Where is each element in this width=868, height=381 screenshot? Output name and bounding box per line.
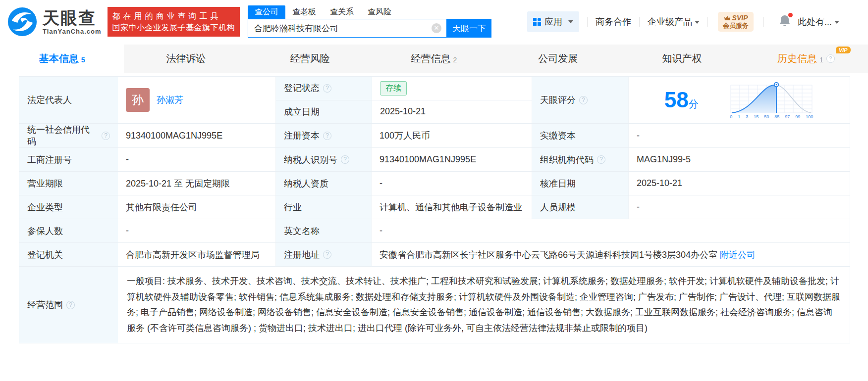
tab-basic[interactable]: 基本信息5 [0, 45, 124, 73]
legal-rep-cell: 孙 孙淑芳 [118, 77, 275, 123]
taxpayer-qual-label: 纳税人资质 [275, 172, 371, 195]
search-tab[interactable]: 查老板 [285, 5, 323, 19]
table-row: 企业类型 其他有限责任公司 行业 计算机、通信和其他电子设备制造业 人员规模 - [19, 195, 850, 219]
tab-count: 1 [819, 56, 823, 64]
tab-label: 历史信息 [777, 52, 817, 65]
insured-label: 参保人数 [19, 219, 118, 242]
divider [763, 17, 764, 27]
table-row: 经营范围? 一般项目: 技术服务、技术开发、技术咨询、技术交流、技术转让、技术推… [19, 267, 850, 343]
search-button[interactable]: 天眼一下 [447, 19, 491, 38]
tab-risk[interactable]: 经营风险 [248, 45, 372, 73]
table-row: 营业期限 2025-10-21 至 无固定期限 纳税人资质 - 核准日期 202… [19, 172, 850, 195]
slogan-line2: 国家中小企业发展子基金旗下机构 [112, 22, 235, 33]
taxpayer-qual-value: - [371, 172, 532, 195]
reg-status-label: 登记状态? [276, 77, 372, 100]
clear-search-icon[interactable]: ✕ [432, 23, 441, 33]
help-icon[interactable]: ? [341, 155, 349, 164]
header-nav: 应用 商务合作 企业级产品 SVIP 会员服务 [527, 11, 839, 32]
svip-membership-button[interactable]: SVIP 会员服务 [718, 12, 754, 31]
tick-label: 85 [774, 114, 779, 119]
tab-label: 经营风险 [290, 52, 330, 65]
notifications-button[interactable] [779, 14, 791, 29]
search-tab[interactable]: 查风险 [361, 5, 398, 19]
tab-operating[interactable]: 经营信息2 [372, 45, 496, 73]
tab-development[interactable]: 公司发展 [496, 45, 620, 73]
tab-lawsuit[interactable]: 法律诉讼 [124, 45, 248, 73]
tianyancha-logo[interactable]: 天眼查 TianYanCha.com [7, 6, 102, 37]
legal-rep-link[interactable]: 孙淑芳 [157, 94, 183, 106]
help-icon[interactable]: ? [323, 250, 331, 259]
tick-label: 97 [785, 114, 790, 119]
help-icon[interactable]: ? [323, 84, 331, 93]
reg-authority-label: 登记机关 [19, 243, 118, 266]
credit-code-label: 统一社会信用代码? [19, 124, 118, 147]
tab-ip[interactable]: 知识产权 [620, 45, 744, 73]
tab-count: 2 [453, 56, 457, 64]
org-code-label: 组织机构代码? [532, 148, 628, 171]
help-icon[interactable]: ? [579, 96, 588, 104]
nav-enterprise-products[interactable]: 企业级产品 [648, 16, 700, 28]
tab-label: 公司发展 [538, 52, 578, 65]
tianyancha-logo-icon [7, 6, 38, 37]
business-term-value: 2025-10-21 至 无固定期限 [118, 172, 275, 195]
tick-label: 100 [806, 114, 813, 119]
tab-label: 知识产权 [662, 52, 702, 65]
main-tabbar: 基本信息5法律诉讼经营风险经营信息2公司发展知识产权历史信息1VIP? [0, 45, 868, 73]
reg-capital-label: 注册资本? [275, 124, 371, 147]
approval-date-label: 核准日期 [532, 172, 628, 195]
basic-info-table: 法定代表人 孙 孙淑芳 登记状态? 存续 成立日期 2025-10-21 [19, 76, 850, 343]
approval-date-value: 2025-10-21 [628, 172, 850, 195]
org-code-value: MAG1NJ99-5 [628, 148, 850, 171]
tab-history[interactable]: 历史信息1VIP? [744, 45, 868, 73]
help-icon[interactable]: ? [66, 301, 75, 309]
chevron-down-icon [568, 20, 573, 23]
business-scope-value: 一般项目: 技术服务、技术开发、技术咨询、技术交流、技术转让、技术推广; 工程和… [118, 267, 850, 343]
nearby-companies-link[interactable]: 附近公司 [720, 249, 756, 261]
business-term-label: 营业期限 [19, 172, 118, 195]
table-row: 参保人数 - 英文名称 - [19, 219, 850, 243]
reg-number-value: - [118, 148, 275, 171]
nav-business-cooperation[interactable]: 商务合作 [596, 16, 631, 28]
search-box: ✕ [248, 19, 447, 38]
paid-capital-value: - [628, 124, 850, 147]
est-date-value: 2025-10-21 [372, 100, 532, 124]
company-type-value: 其他有限责任公司 [118, 195, 275, 219]
help-icon[interactable]: ? [102, 132, 110, 140]
tick-label: 50 [764, 114, 769, 119]
reg-address-value: 安徽省合肥市高新区长宁社区服务中心云飞路66号天源迪科科技园1号楼3层304办公… [380, 249, 717, 261]
user-menu[interactable]: 此处有... [798, 16, 839, 28]
divider [587, 17, 588, 27]
reg-number-label: 工商注册号 [19, 148, 118, 171]
tab-count: 5 [81, 56, 85, 64]
slogan-line1: 都在用的商业查询工具 [112, 10, 235, 22]
notification-dot [788, 13, 793, 17]
industry-label: 行业 [275, 195, 371, 219]
help-icon[interactable]: ? [323, 132, 331, 140]
reg-address-cell: 安徽省合肥市高新区长宁社区服务中心云飞路66号天源迪科科技园1号楼3层304办公… [371, 243, 850, 266]
avatar[interactable]: 孙 [126, 88, 150, 112]
apps-menu-button[interactable]: 应用 [527, 11, 579, 32]
score-label: 天眼评分? [532, 77, 628, 123]
industry-value: 计算机、通信和其他电子设备制造业 [371, 195, 532, 219]
search-input[interactable] [248, 19, 446, 37]
help-icon[interactable]: ? [597, 155, 605, 164]
score-axis-ticks: 0131550859799100 [729, 114, 814, 119]
search-tab[interactable]: 查关系 [323, 5, 361, 19]
chevron-down-icon [695, 21, 700, 24]
search-area: 查公司查老板查关系查风险 ✕ 天眼一下 [248, 6, 491, 38]
tab-label: 法律诉讼 [166, 52, 206, 65]
tick-label: 1 [738, 114, 740, 119]
search-tab[interactable]: 查公司 [248, 5, 285, 19]
tick-label: 0 [730, 114, 732, 119]
crown-icon [724, 15, 731, 21]
credit-code-value: 91340100MAG1NJ995E [118, 124, 275, 147]
english-name-label: 英文名称 [275, 219, 371, 242]
taxpayer-id-value: 91340100MAG1NJ995E [371, 148, 532, 171]
help-icon[interactable]: ? [826, 54, 835, 63]
staff-size-value: - [628, 195, 850, 219]
reg-capital-value: 100万人民币 [371, 124, 532, 147]
legal-rep-label: 法定代表人 [19, 77, 118, 123]
tick-label: 99 [795, 114, 800, 119]
table-row: 工商注册号 - 纳税人识别号? 91340100MAG1NJ995E 组织机构代… [19, 148, 850, 172]
company-type-label: 企业类型 [19, 195, 118, 219]
